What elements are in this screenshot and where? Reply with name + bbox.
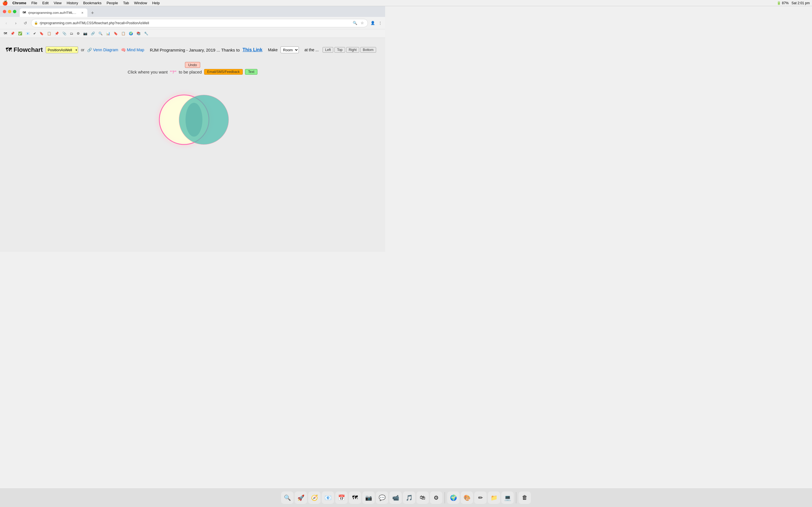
this-link[interactable]: This Link [243,47,262,52]
menubar-tab[interactable]: Tab [121,1,131,5]
chrome-window: 🗺 rjmprogramming.com.au/HTMLCSS/flowchar… [0,6,385,252]
menubar-window[interactable]: Window [132,1,149,5]
flowchart-title-area: 🗺 Flowchart [6,46,43,54]
lock-icon: 🔒 [34,21,38,25]
tab-favicon: 🗺 [22,11,27,15]
new-tab-button[interactable]: + [89,9,96,17]
apple-icon[interactable]: 🍎 [2,0,8,6]
pos-right-button[interactable]: Right [346,47,359,53]
address-text: rjmprogramming.com.au/HTMLCSS/flowchart.… [40,21,350,25]
bookmark-13[interactable]: 🔍 [97,31,104,36]
bookmark-15[interactable]: 🔖 [112,31,119,36]
bookmark-2[interactable]: ✅ [17,31,24,36]
pos-left-button[interactable]: Left [322,47,333,53]
page-header: 🗺 Flowchart PositionAsWell or 🔗 Venn Dia… [6,43,379,56]
venn-svg [147,89,238,151]
bookmark-8[interactable]: 📎 [61,31,68,36]
make-text: Make [268,48,278,52]
bookmark-14[interactable]: 📊 [105,31,112,36]
venn-diagram-area[interactable] [6,77,379,162]
bookmark-1[interactable]: 📌 [9,31,16,36]
menubar-people[interactable]: People [104,1,120,5]
page-content: 🗺 Flowchart PositionAsWell or 🔗 Venn Dia… [0,38,385,252]
menubar-chrome[interactable]: Chrome [10,1,29,5]
menubar-bookmarks[interactable]: Bookmarks [81,1,104,5]
instruction-area: Undo Click where you want "?" to be plac… [6,62,379,75]
instruction-part2: to be placed [179,69,202,74]
minimize-button[interactable] [8,10,11,13]
maximize-button[interactable] [13,10,16,13]
venn-intersection [186,103,202,136]
text-button[interactable]: Text [245,69,257,75]
instruction-mark: "?" [170,69,176,74]
tab-active[interactable]: 🗺 rjmprogramming.com.au/HTMLCSS/flowchar… [20,8,87,17]
address-bar[interactable]: 🔒 rjmprogramming.com.au/HTMLCSS/flowchar… [31,19,368,27]
venn-diagram-link[interactable]: 🔗 Venn Diagram [87,48,118,52]
mind-icon: 🧠 [121,48,126,52]
venn-label: Venn Diagram [93,48,118,52]
menubar: 🍎 Chrome File Edit View History Bookmark… [0,0,385,6]
position-buttons: Left Top Right Bottom [322,47,376,53]
menubar-file[interactable]: File [29,1,40,5]
or-text: or [81,48,84,52]
flowchart-label: Flowchart [13,46,43,54]
menubar-items: Chrome File Edit View History Bookmarks … [10,1,162,5]
mind-label: Mind Map [127,48,144,52]
toolbar: ‹ › ↺ 🔒 rjmprogramming.com.au/HTMLCSS/fl… [0,17,385,29]
bookmark-9[interactable]: 🗂 [68,31,75,36]
toolbar-right: 👤 ⋮ [370,20,383,26]
tab-title: rjmprogramming.com.au/HTMLCSS/flowchart.… [28,11,79,14]
menubar-view[interactable]: View [51,1,64,5]
diagram-type-wrapper: PositionAsWell [46,47,78,53]
back-button[interactable]: ‹ [2,19,10,27]
pos-top-button[interactable]: Top [335,47,345,53]
tabs-container: 🗺 rjmprogramming.com.au/HTMLCSS/flowchar… [20,8,365,17]
menubar-help[interactable]: Help [150,1,162,5]
bookmark-7[interactable]: 📌 [53,31,60,36]
bookmark-19[interactable]: 🔧 [143,31,150,36]
bookmark-4[interactable]: ✔ [32,31,38,36]
bookmark-10[interactable]: ⚙ [75,31,81,36]
star-icon[interactable]: ☆ [360,20,365,26]
at-the-text: at the ... [305,48,319,52]
search-icon[interactable]: 🔍 [352,20,358,26]
flowchart-icon: 🗺 [6,46,12,54]
rjm-text: RJM Programming - January, 2019 ... Than… [150,48,240,52]
menubar-history[interactable]: History [64,1,80,5]
undo-button[interactable]: Undo [185,62,200,68]
bookmark-17[interactable]: 🌍 [128,31,135,36]
profile-icon[interactable]: 👤 [370,20,376,26]
mind-map-link[interactable]: 🧠 Mind Map [121,48,144,52]
tab-bar: 🗺 rjmprogramming.com.au/HTMLCSS/flowchar… [0,6,385,17]
instruction-text: Click where you want "?" to be placed Em… [6,69,379,75]
menubar-edit[interactable]: Edit [40,1,51,5]
diagram-type-select[interactable]: PositionAsWell [46,47,78,53]
bookmark-0[interactable]: 🗺 [2,31,8,36]
bookmark-12[interactable]: 🔗 [89,31,96,36]
close-button[interactable] [3,10,6,13]
room-select[interactable]: Room [281,47,299,53]
bookmark-11[interactable]: 📷 [82,31,89,36]
bookmark-3[interactable]: 📧 [24,31,31,36]
bookmark-18[interactable]: 📚 [135,31,142,36]
venn-icon: 🔗 [87,48,92,52]
bookmark-6[interactable]: 📋 [46,31,53,36]
bookmarks-bar: 🗺 📌 ✅ 📧 ✔ 🔖 📋 📌 📎 🗂 ⚙ 📷 🔗 🔍 📊 🔖 📋 🌍 📚 🔧 [0,29,385,38]
bookmark-16[interactable]: 📋 [120,31,127,36]
forward-button[interactable]: › [12,19,20,27]
email-feedback-button[interactable]: Email/SMS/Feedback [204,69,243,75]
instruction-part1: Click where you want [128,69,168,74]
pos-bottom-button[interactable]: Bottom [360,47,376,53]
refresh-button[interactable]: ↺ [21,19,29,27]
window-controls [3,10,16,13]
bookmark-5[interactable]: 🔖 [38,31,45,36]
menu-icon[interactable]: ⋮ [377,20,383,26]
tab-close-button[interactable]: ✕ [80,10,85,15]
